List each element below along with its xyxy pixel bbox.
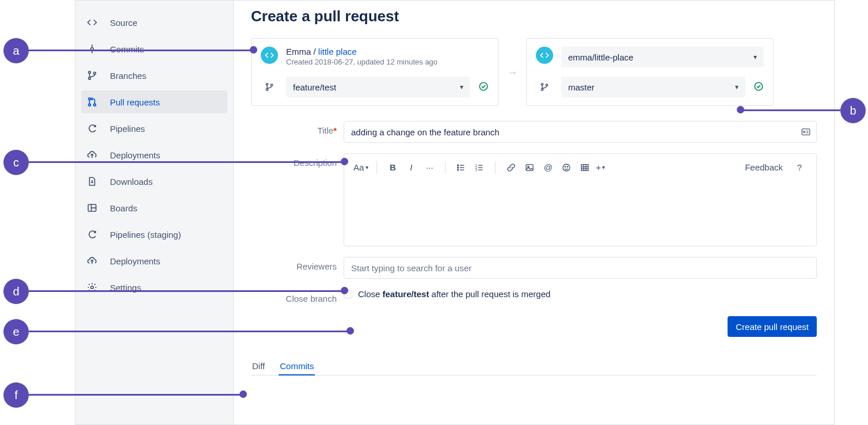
close-branch-text: Close feature/test after the pull reques… <box>358 289 550 299</box>
check-circle-icon <box>478 81 489 93</box>
bold-button[interactable]: B <box>385 160 400 175</box>
insert-button[interactable]: +▾ <box>596 160 605 175</box>
chevron-down-icon: ▾ <box>460 83 463 91</box>
feedback-link[interactable]: Feedback <box>745 162 783 172</box>
text-style-button[interactable]: Aa▾ <box>353 160 368 175</box>
svg-point-16 <box>266 84 268 85</box>
source-branch-value: feature/test <box>293 82 336 92</box>
pipeline-icon <box>87 122 102 135</box>
svg-point-19 <box>479 82 488 90</box>
page-title: Create a pull request <box>251 7 817 25</box>
main-content: Create a pull request Emma / little plac… <box>234 1 834 424</box>
branch-selector-row: Emma / little place Created 2018-06-27, … <box>251 38 817 106</box>
sidebar-item-settings[interactable]: Settings <box>81 276 227 299</box>
tab-diff[interactable]: Diff <box>251 358 266 375</box>
title-input[interactable] <box>344 121 817 143</box>
more-format-button[interactable]: ··· <box>422 160 437 175</box>
sidebar-item-branches[interactable]: Branches <box>81 64 227 87</box>
svg-point-28 <box>458 165 459 166</box>
dest-branch-card: emma/little-place ▾ master ▾ <box>526 38 774 106</box>
sidebar-item-boards[interactable]: Boards <box>81 196 227 219</box>
svg-point-25 <box>804 131 805 133</box>
diff-tabs: Diff Commits <box>251 358 817 375</box>
sidebar-item-pipelines[interactable]: Pipelines <box>81 117 227 140</box>
code-icon <box>87 16 102 29</box>
description-editor[interactable]: Aa▾ B I ··· 123 @ +▾ <box>344 153 817 246</box>
sidebar: Source Commits Branches Pull requests Pi… <box>75 1 234 424</box>
svg-point-17 <box>266 89 268 90</box>
svg-point-8 <box>94 104 96 106</box>
svg-point-3 <box>89 71 91 74</box>
sidebar-item-label: Pipelines <box>110 124 145 134</box>
svg-point-7 <box>89 104 91 106</box>
annotation-c: c <box>3 150 29 175</box>
svg-point-44 <box>568 166 568 167</box>
download-icon <box>87 175 102 188</box>
svg-point-21 <box>541 89 543 90</box>
help-button[interactable]: ? <box>792 160 807 175</box>
link-button[interactable] <box>504 160 519 175</box>
annotation-a: a <box>3 38 29 63</box>
repo-avatar <box>261 47 278 64</box>
sidebar-item-pull-requests[interactable]: Pull requests <box>81 90 227 113</box>
svg-point-6 <box>89 98 91 100</box>
sidebar-item-pipelines-staging[interactable]: Pipelines (staging) <box>81 223 227 246</box>
dest-repo-select[interactable]: emma/little-place ▾ <box>561 47 764 67</box>
editor-body[interactable] <box>344 181 816 246</box>
dest-repo-value: emma/little-place <box>568 52 633 62</box>
sidebar-item-source[interactable]: Source <box>81 11 227 34</box>
annotation-e: e <box>3 319 29 344</box>
description-label: Description <box>251 153 344 168</box>
mention-button[interactable]: @ <box>540 160 555 175</box>
sidebar-item-deployments-2[interactable]: Deployments <box>81 249 227 272</box>
svg-rect-45 <box>581 164 588 170</box>
sidebar-item-label: Source <box>110 18 138 28</box>
pipeline-icon <box>87 228 102 241</box>
annotation-d: d <box>3 279 29 304</box>
sidebar-item-commits[interactable]: Commits <box>81 37 227 60</box>
table-button[interactable] <box>577 160 592 175</box>
create-pull-request-button[interactable]: Create pull request <box>728 316 817 337</box>
source-repo-link[interactable]: little place <box>318 47 357 56</box>
commit-icon <box>87 43 102 55</box>
sidebar-item-label: Downloads <box>110 177 153 187</box>
reviewers-input[interactable]: Start typing to search for a user <box>344 257 817 279</box>
svg-point-22 <box>546 84 547 86</box>
sidebar-item-label: Branches <box>110 71 146 81</box>
chevron-down-icon: ▾ <box>366 164 368 170</box>
branch-icon <box>87 69 102 82</box>
tab-commits[interactable]: Commits <box>279 358 315 375</box>
emoji-button[interactable] <box>559 160 574 175</box>
svg-point-15 <box>91 286 94 289</box>
chevron-down-icon: ▾ <box>602 164 605 170</box>
svg-point-23 <box>755 82 763 90</box>
dest-branch-select[interactable]: master ▾ <box>561 77 745 97</box>
svg-point-42 <box>563 164 570 171</box>
source-repo-line: Emma / little place <box>286 47 437 56</box>
svg-point-18 <box>271 84 272 86</box>
sidebar-item-label: Deployments <box>110 256 161 266</box>
numbered-list-button[interactable]: 123 <box>472 160 487 175</box>
image-button[interactable] <box>522 160 537 175</box>
sidebar-item-label: Boards <box>110 203 138 213</box>
svg-text:3: 3 <box>475 168 477 172</box>
source-branch-select[interactable]: feature/test ▾ <box>286 77 470 97</box>
svg-point-43 <box>565 166 566 167</box>
branch-icon <box>261 82 278 92</box>
sidebar-item-label: Pull requests <box>110 97 160 107</box>
title-label: Title* <box>251 121 344 135</box>
repo-avatar <box>536 47 553 64</box>
svg-point-4 <box>89 77 91 79</box>
sidebar-item-label: Deployments <box>110 150 161 160</box>
sidebar-item-downloads[interactable]: Downloads <box>81 170 227 193</box>
svg-point-20 <box>541 84 543 85</box>
italic-button[interactable]: I <box>403 160 418 175</box>
pull-request-icon <box>87 96 102 108</box>
source-branch-card: Emma / little place Created 2018-06-27, … <box>251 38 498 106</box>
board-icon <box>87 202 102 214</box>
cloud-up-icon <box>87 255 102 267</box>
branch-icon <box>536 82 553 92</box>
bullet-list-button[interactable] <box>454 160 469 175</box>
dest-branch-value: master <box>568 82 595 92</box>
sidebar-item-deployments[interactable]: Deployments <box>81 143 227 166</box>
